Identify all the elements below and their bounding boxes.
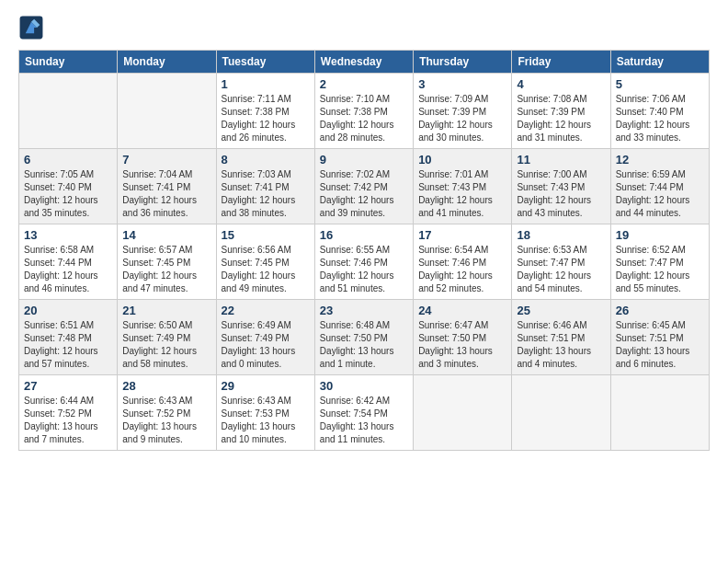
day-info: Sunrise: 6:56 AM Sunset: 7:45 PM Dayligh…	[222, 244, 310, 295]
calendar-cell	[512, 375, 610, 451]
calendar-cell: 3Sunrise: 7:09 AM Sunset: 7:39 PM Daylig…	[414, 74, 512, 149]
day-number: 3	[418, 77, 506, 91]
calendar-cell: 19Sunrise: 6:52 AM Sunset: 7:47 PM Dayli…	[610, 224, 709, 300]
calendar-cell: 4Sunrise: 7:08 AM Sunset: 7:39 PM Daylig…	[512, 74, 610, 149]
day-number: 16	[320, 228, 408, 242]
day-info: Sunrise: 6:46 AM Sunset: 7:51 PM Dayligh…	[517, 319, 605, 371]
day-number: 8	[222, 153, 310, 167]
day-info: Sunrise: 6:55 AM Sunset: 7:46 PM Dayligh…	[320, 244, 408, 295]
day-number: 19	[616, 228, 704, 242]
calendar-cell: 30Sunrise: 6:42 AM Sunset: 7:54 PM Dayli…	[314, 375, 413, 451]
calendar-cell: 9Sunrise: 7:02 AM Sunset: 7:42 PM Daylig…	[314, 149, 413, 224]
day-number: 10	[418, 153, 506, 167]
header	[18, 15, 710, 40]
day-number: 7	[122, 153, 210, 167]
weekday-header-monday: Monday	[118, 51, 216, 74]
day-info: Sunrise: 7:10 AM Sunset: 7:38 PM Dayligh…	[320, 93, 408, 144]
day-number: 12	[616, 153, 704, 167]
calendar-cell: 14Sunrise: 6:57 AM Sunset: 7:45 PM Dayli…	[118, 224, 216, 300]
weekday-header-row: SundayMondayTuesdayWednesdayThursdayFrid…	[19, 51, 710, 74]
day-info: Sunrise: 6:52 AM Sunset: 7:47 PM Dayligh…	[616, 244, 704, 295]
day-info: Sunrise: 6:48 AM Sunset: 7:50 PM Dayligh…	[320, 319, 408, 371]
calendar-cell	[610, 375, 709, 451]
day-info: Sunrise: 7:05 AM Sunset: 7:40 PM Dayligh…	[24, 168, 112, 220]
calendar-cell	[19, 74, 118, 149]
weekday-header-sunday: Sunday	[19, 51, 118, 74]
day-info: Sunrise: 7:02 AM Sunset: 7:42 PM Dayligh…	[320, 168, 408, 220]
calendar-cell	[414, 375, 512, 451]
calendar-cell: 8Sunrise: 7:03 AM Sunset: 7:41 PM Daylig…	[216, 149, 314, 224]
calendar-cell: 17Sunrise: 6:54 AM Sunset: 7:46 PM Dayli…	[414, 224, 512, 300]
day-number: 24	[418, 304, 506, 317]
day-number: 27	[24, 379, 112, 393]
calendar-cell: 15Sunrise: 6:56 AM Sunset: 7:45 PM Dayli…	[216, 224, 314, 300]
day-info: Sunrise: 6:50 AM Sunset: 7:49 PM Dayligh…	[122, 319, 210, 371]
calendar-cell: 26Sunrise: 6:45 AM Sunset: 7:51 PM Dayli…	[610, 300, 709, 375]
day-info: Sunrise: 6:57 AM Sunset: 7:45 PM Dayligh…	[122, 244, 210, 295]
day-number: 30	[320, 379, 408, 393]
calendar-week-row: 1Sunrise: 7:11 AM Sunset: 7:38 PM Daylig…	[19, 74, 710, 149]
day-info: Sunrise: 6:54 AM Sunset: 7:46 PM Dayligh…	[418, 244, 506, 295]
weekday-header-wednesday: Wednesday	[314, 51, 413, 74]
calendar-cell: 1Sunrise: 7:11 AM Sunset: 7:38 PM Daylig…	[216, 74, 314, 149]
day-number: 29	[222, 379, 310, 393]
day-number: 6	[24, 153, 112, 167]
calendar-cell: 21Sunrise: 6:50 AM Sunset: 7:49 PM Dayli…	[118, 300, 216, 375]
day-info: Sunrise: 6:42 AM Sunset: 7:54 PM Dayligh…	[320, 395, 408, 446]
day-number: 1	[222, 77, 310, 91]
weekday-header-saturday: Saturday	[610, 51, 709, 74]
day-info: Sunrise: 7:09 AM Sunset: 7:39 PM Dayligh…	[418, 93, 506, 144]
calendar-week-row: 13Sunrise: 6:58 AM Sunset: 7:44 PM Dayli…	[19, 224, 710, 300]
day-number: 28	[122, 379, 210, 393]
day-info: Sunrise: 7:01 AM Sunset: 7:43 PM Dayligh…	[418, 168, 506, 220]
day-number: 22	[222, 304, 310, 317]
day-info: Sunrise: 6:59 AM Sunset: 7:44 PM Dayligh…	[616, 168, 704, 220]
day-number: 15	[222, 228, 310, 242]
day-number: 23	[320, 304, 408, 317]
calendar-cell: 29Sunrise: 6:43 AM Sunset: 7:53 PM Dayli…	[216, 375, 314, 451]
day-info: Sunrise: 7:03 AM Sunset: 7:41 PM Dayligh…	[222, 168, 310, 220]
day-number: 5	[616, 77, 704, 91]
calendar-cell: 7Sunrise: 7:04 AM Sunset: 7:41 PM Daylig…	[118, 149, 216, 224]
day-number: 18	[517, 228, 605, 242]
day-number: 11	[517, 153, 605, 167]
day-number: 17	[418, 228, 506, 242]
day-info: Sunrise: 6:53 AM Sunset: 7:47 PM Dayligh…	[517, 244, 605, 295]
day-number: 13	[24, 228, 112, 242]
logo	[18, 15, 48, 40]
day-number: 4	[517, 77, 605, 91]
calendar-cell: 25Sunrise: 6:46 AM Sunset: 7:51 PM Dayli…	[512, 300, 610, 375]
day-number: 2	[320, 77, 408, 91]
day-number: 14	[122, 228, 210, 242]
calendar-cell: 16Sunrise: 6:55 AM Sunset: 7:46 PM Dayli…	[314, 224, 413, 300]
day-info: Sunrise: 7:11 AM Sunset: 7:38 PM Dayligh…	[222, 93, 310, 144]
day-number: 9	[320, 153, 408, 167]
calendar-cell: 11Sunrise: 7:00 AM Sunset: 7:43 PM Dayli…	[512, 149, 610, 224]
calendar-week-row: 20Sunrise: 6:51 AM Sunset: 7:48 PM Dayli…	[19, 300, 710, 375]
calendar-cell: 12Sunrise: 6:59 AM Sunset: 7:44 PM Dayli…	[610, 149, 709, 224]
day-info: Sunrise: 6:45 AM Sunset: 7:51 PM Dayligh…	[616, 319, 704, 371]
day-info: Sunrise: 6:47 AM Sunset: 7:50 PM Dayligh…	[418, 319, 506, 371]
logo-icon	[18, 15, 44, 40]
calendar-week-row: 6Sunrise: 7:05 AM Sunset: 7:40 PM Daylig…	[19, 149, 710, 224]
calendar-week-row: 27Sunrise: 6:44 AM Sunset: 7:52 PM Dayli…	[19, 375, 710, 451]
day-number: 26	[616, 304, 704, 317]
day-number: 21	[122, 304, 210, 317]
calendar-cell: 6Sunrise: 7:05 AM Sunset: 7:40 PM Daylig…	[19, 149, 118, 224]
calendar-cell: 28Sunrise: 6:43 AM Sunset: 7:52 PM Dayli…	[118, 375, 216, 451]
calendar-cell: 27Sunrise: 6:44 AM Sunset: 7:52 PM Dayli…	[19, 375, 118, 451]
day-info: Sunrise: 6:43 AM Sunset: 7:52 PM Dayligh…	[122, 395, 210, 446]
day-number: 25	[517, 304, 605, 317]
calendar-cell: 18Sunrise: 6:53 AM Sunset: 7:47 PM Dayli…	[512, 224, 610, 300]
weekday-header-friday: Friday	[512, 51, 610, 74]
calendar-cell: 20Sunrise: 6:51 AM Sunset: 7:48 PM Dayli…	[19, 300, 118, 375]
calendar-cell: 5Sunrise: 7:06 AM Sunset: 7:40 PM Daylig…	[610, 74, 709, 149]
day-info: Sunrise: 6:51 AM Sunset: 7:48 PM Dayligh…	[24, 319, 112, 371]
page: SundayMondayTuesdayWednesdayThursdayFrid…	[0, 0, 728, 563]
day-info: Sunrise: 6:43 AM Sunset: 7:53 PM Dayligh…	[222, 395, 310, 446]
calendar-cell: 22Sunrise: 6:49 AM Sunset: 7:49 PM Dayli…	[216, 300, 314, 375]
weekday-header-thursday: Thursday	[414, 51, 512, 74]
calendar-table: SundayMondayTuesdayWednesdayThursdayFrid…	[18, 50, 710, 451]
day-info: Sunrise: 7:06 AM Sunset: 7:40 PM Dayligh…	[616, 93, 704, 144]
calendar-cell: 13Sunrise: 6:58 AM Sunset: 7:44 PM Dayli…	[19, 224, 118, 300]
